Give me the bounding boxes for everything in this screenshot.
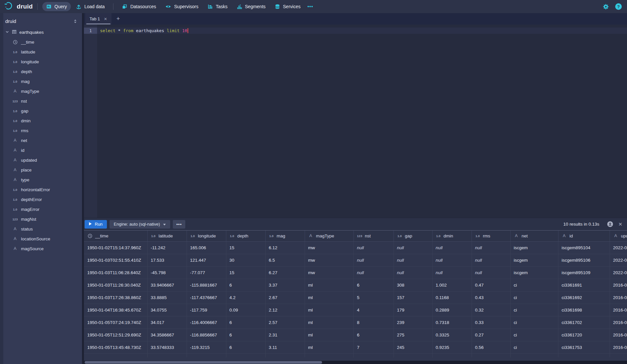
table-cell[interactable]: -115.8881667 — [187, 279, 226, 291]
table-cell[interactable]: null — [354, 254, 394, 266]
table-cell[interactable]: 0.7318 — [432, 316, 472, 329]
table-cell[interactable]: mw — [305, 254, 354, 266]
table-cell[interactable]: ci — [510, 341, 558, 354]
table-cell[interactable]: 308 — [394, 279, 432, 291]
table-cell[interactable]: 34.0755 — [147, 304, 187, 316]
table-cell[interactable]: 2022-0 — [610, 241, 627, 254]
table-cell[interactable]: null — [472, 266, 510, 279]
table-cell[interactable]: 165.006 — [187, 241, 226, 254]
schema-column-id[interactable]: Aid — [0, 145, 82, 155]
schema-column-nst[interactable]: 123nst — [0, 96, 82, 106]
table-cell[interactable]: iscgem — [510, 266, 558, 279]
table-cell[interactable]: iscgem895104 — [558, 241, 610, 254]
table-cell[interactable]: 2016-0 — [610, 329, 627, 341]
nav-item-segments[interactable]: Segments — [233, 2, 270, 11]
table-cell[interactable]: 8 — [354, 316, 394, 329]
table-cell[interactable]: 1950-01-05T13:45:48.730Z — [84, 341, 147, 354]
table-cell[interactable]: null — [354, 241, 394, 254]
table-cell[interactable]: iscgem895109 — [558, 266, 610, 279]
table-cell[interactable]: 6 — [226, 329, 265, 341]
table-cell[interactable]: 6.12 — [265, 241, 305, 254]
query-more-button[interactable]: ••• — [173, 220, 186, 229]
table-cell[interactable]: 15 — [226, 266, 265, 279]
results-header-net[interactable]: Anet — [510, 231, 558, 241]
results-header-dmin[interactable]: 1.0dmin — [432, 231, 472, 241]
table-cell[interactable]: -116.8856667 — [187, 329, 226, 341]
results-header-latitude[interactable]: 1.0latitude — [147, 231, 187, 241]
table-cell[interactable]: 0.43 — [472, 291, 510, 304]
schema-column-place[interactable]: Aplace — [0, 165, 82, 175]
table-cell[interactable]: ci — [510, 304, 558, 316]
table-cell[interactable]: 6 — [354, 279, 394, 291]
schema-column-latitude[interactable]: 1.0latitude — [0, 47, 82, 57]
schema-column-magerror[interactable]: 1.0magError — [0, 204, 82, 214]
table-cell[interactable]: ml — [305, 291, 354, 304]
table-cell[interactable]: ml — [305, 341, 354, 354]
nav-item-tasks[interactable]: Tasks — [204, 2, 232, 11]
schema-column-time[interactable]: __time — [0, 37, 82, 47]
table-cell[interactable]: 2016-0 — [610, 304, 627, 316]
results-header-nst[interactable]: 123nst — [354, 231, 394, 241]
table-cell[interactable]: null — [472, 254, 510, 266]
table-cell[interactable]: 0.27 — [472, 329, 510, 341]
table-cell[interactable]: -119.3215 — [187, 341, 226, 354]
table-cell[interactable]: 2016-0 — [610, 341, 627, 354]
table-cell[interactable]: null — [394, 241, 432, 254]
table-cell[interactable]: 3.37 — [265, 279, 305, 291]
table-cell[interactable]: 2.31 — [265, 329, 305, 341]
schema-column-deptherror[interactable]: 1.0depthError — [0, 194, 82, 204]
horizontal-scrollbar[interactable] — [84, 361, 627, 364]
nav-item-datasources[interactable]: Datasources — [118, 2, 160, 11]
schema-column-net[interactable]: Anet — [0, 135, 82, 145]
results-header-mag[interactable]: 1.0mag — [265, 231, 305, 241]
table-cell[interactable]: 33.5748333 — [147, 341, 187, 354]
gear-icon[interactable] — [603, 4, 609, 10]
table-cell[interactable]: iscgem — [510, 241, 558, 254]
schema-column-status[interactable]: Astatus — [0, 224, 82, 234]
schema-column-mag[interactable]: 1.0mag — [0, 76, 82, 86]
table-cell[interactable]: 0.9235 — [432, 341, 472, 354]
table-cell[interactable]: 7 — [354, 341, 394, 354]
schema-column-depth[interactable]: 1.0depth — [0, 67, 82, 76]
table-cell[interactable]: 6 — [354, 329, 394, 341]
sql-editor[interactable]: 1 select * from earthquakes limit 10 — [84, 25, 627, 218]
datasource-earthquakes[interactable]: earthquakes — [0, 27, 82, 37]
table-cell[interactable]: null — [472, 241, 510, 254]
nav-item-services[interactable]: Services — [271, 2, 305, 11]
schema-column-gap[interactable]: 1.0gap — [0, 106, 82, 116]
table-cell[interactable]: ci3361691 — [558, 279, 610, 291]
table-cell[interactable]: 0.47 — [472, 279, 510, 291]
table-cell[interactable]: 15 — [226, 241, 265, 254]
schema-column-locationsource[interactable]: AlocationSource — [0, 234, 82, 244]
table-cell[interactable]: -45.798 — [147, 266, 187, 279]
table-cell[interactable]: null — [432, 266, 472, 279]
table-cell[interactable]: 1950-01-03T11:26:30.040Z — [84, 279, 147, 291]
schema-column-magtype[interactable]: AmagType — [0, 86, 82, 96]
table-cell[interactable]: 121.447 — [187, 254, 226, 266]
table-cell[interactable]: -116.4006667 — [187, 316, 226, 329]
table-cell[interactable]: null — [394, 254, 432, 266]
nav-item-supervisors[interactable]: Supervisors — [161, 2, 202, 11]
table-cell[interactable]: 245 — [394, 341, 432, 354]
table-cell[interactable]: 0.56 — [472, 341, 510, 354]
table-cell[interactable]: 1.002 — [432, 279, 472, 291]
table-cell[interactable]: 1950-01-04T16:38:45.670Z — [84, 304, 147, 316]
sql-line-1[interactable]: 1 select * from earthquakes limit 10 — [84, 28, 627, 34]
table-cell[interactable]: 34.017 — [147, 316, 187, 329]
table-cell[interactable]: 33.9406667 — [147, 279, 187, 291]
table-cell[interactable]: ci3361753 — [558, 341, 610, 354]
druid-brand[interactable]: druid — [4, 2, 33, 11]
table-cell[interactable]: 6 — [226, 316, 265, 329]
schema-column-longitude[interactable]: 1.0longitude — [0, 57, 82, 67]
table-cell[interactable]: 6.27 — [265, 266, 305, 279]
table-cell[interactable]: 17.533 — [147, 254, 187, 266]
table-cell[interactable]: 4.2 — [226, 291, 265, 304]
table-cell[interactable]: null — [354, 266, 394, 279]
table-cell[interactable]: 0.32 — [472, 304, 510, 316]
table-cell[interactable]: ci — [510, 329, 558, 341]
results-header-rms[interactable]: 1.0rms — [472, 231, 510, 241]
sort-icon[interactable] — [73, 19, 77, 24]
schema-column-dmin[interactable]: 1.0dmin — [0, 116, 82, 126]
results-header-upd[interactable]: Aupd — [610, 231, 627, 241]
results-header-id[interactable]: Aid — [558, 231, 610, 241]
